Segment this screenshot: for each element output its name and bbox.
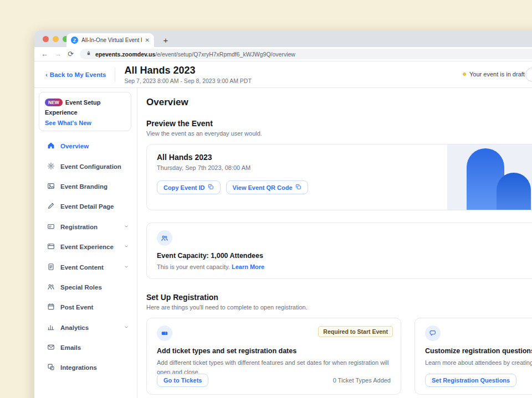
event-capacity-card: Event Capacity: 1,000 Attendees This is … (146, 223, 532, 279)
status-dot-icon (463, 73, 466, 76)
registration-card-icon (47, 223, 55, 231)
integrations-icon (47, 363, 55, 372)
go-to-tickets-button[interactable]: Go to Tickets (157, 374, 208, 387)
document-icon (47, 263, 55, 272)
copy-icon (295, 184, 301, 191)
event-preview-card: All Hands 2023 Thursday, Sep 7th 2023, 0… (146, 144, 532, 210)
questions-card-title: Customize registration questions (425, 347, 532, 355)
calendar-icon (47, 303, 55, 312)
sidebar-item-label: Event Branding (60, 183, 108, 190)
tab-close-icon[interactable]: ✕ (145, 37, 150, 43)
questions-card-description: Learn more about attendees by creating c… (425, 358, 532, 368)
sidebar-item-integrations[interactable]: Integrations (34, 358, 137, 378)
chat-icon (425, 325, 441, 341)
copy-icon (208, 184, 214, 191)
back-icon[interactable]: ← (41, 50, 48, 58)
browser-toolbar: ← → ⟳ epevents.zoomdev.us/e/event/setup/… (34, 47, 532, 61)
sidebar-item-event-experience[interactable]: Event Experience (34, 237, 137, 257)
forward-icon: → (54, 50, 62, 58)
view-event-qr-code-button[interactable]: View Event QR Code (226, 180, 308, 194)
copy-event-id-button[interactable]: Copy Event ID (157, 180, 221, 194)
new-tab-button[interactable]: + (161, 35, 171, 45)
pencil-icon (47, 202, 55, 211)
event-header: ‹ Back to My Events All Hands 2023 Sep 7… (34, 61, 532, 88)
event-title: All Hands 2023 (124, 65, 251, 76)
main-content: Overview Preview the Event View the even… (137, 88, 532, 398)
window-icon (47, 242, 55, 251)
sidebar-item-event-configuration[interactable]: Event Configuration (34, 156, 137, 176)
people-icon (47, 283, 55, 292)
sidebar-item-label: Event Content (60, 264, 104, 271)
sidebar: NEWEvent Setup Experience See What's New… (34, 88, 137, 398)
preview-event-title: All Hands 2023 (157, 153, 532, 162)
close-window-button[interactable] (43, 36, 49, 42)
tickets-card-title: Add ticket types and set registration da… (157, 347, 391, 355)
chevron-left-icon: ‹ (45, 71, 48, 78)
sidebar-item-event-content[interactable]: Event Content (34, 257, 137, 277)
sidebar-item-label: Registration (60, 224, 98, 230)
reload-icon[interactable]: ⟳ (68, 50, 74, 58)
ticket-icon (157, 325, 172, 341)
url-text: epevents.zoomdev.us/e/event/setup/Q7xryH… (95, 51, 295, 58)
required-badge: Required to Start Event (318, 326, 393, 337)
preview-section-title: Preview the Event (146, 119, 532, 128)
sidebar-item-post-event[interactable]: Post Event (34, 297, 137, 317)
back-link-label: Back to My Events (50, 71, 106, 78)
view-qr-label: View Event QR Code (233, 184, 293, 191)
image-icon (47, 182, 55, 191)
browser-window: Z All-In-One Virtual Event Platfo ✕ + ← … (34, 30, 532, 398)
tickets-task-card: Required to Start Event Add ticket types… (146, 318, 401, 395)
page-title: Overview (146, 97, 532, 108)
sidebar-item-event-detail-page[interactable]: Event Detail Page (34, 197, 137, 216)
sidebar-item-label: Emails (60, 344, 81, 351)
address-bar[interactable]: epevents.zoomdev.us/e/event/setup/Q7xryH… (80, 49, 532, 59)
see-whats-new-link[interactable]: See What's New (45, 120, 125, 126)
learn-more-link[interactable]: Learn More (232, 263, 264, 270)
sidebar-item-special-roles[interactable]: Special Roles (34, 277, 137, 297)
chevron-down-icon (124, 224, 129, 230)
gear-icon (47, 162, 55, 171)
registration-section-subtitle: Here are things you'll need to complete … (146, 304, 532, 311)
tab-strip: Z All-In-One Virtual Event Platfo ✕ + (34, 30, 532, 47)
whats-new-card: NEWEvent Setup Experience See What's New (39, 92, 131, 131)
sidebar-item-label: Integrations (60, 364, 97, 371)
sidebar-item-emails[interactable]: Emails (34, 338, 137, 358)
tab-title: All-In-One Virtual Event Platfo (81, 37, 142, 43)
event-date-range: Sep 7, 2023 8:00 AM - Sep 8, 2023 9:00 A… (124, 77, 251, 84)
registration-questions-card: Customize registration questions Learn m… (415, 318, 532, 395)
registration-section-title: Set Up Registration (146, 293, 532, 302)
chevron-down-icon (124, 324, 129, 331)
minimize-window-button[interactable] (53, 36, 59, 42)
url-path: /e/event/setup/Q7xryH7xRpmdf6_kWJWg9Q/ov… (155, 51, 295, 58)
browser-tab[interactable]: Z All-In-One Virtual Event Platfo ✕ (66, 33, 154, 47)
sidebar-item-label: Special Roles (60, 284, 102, 291)
back-to-my-events-link[interactable]: ‹ Back to My Events (45, 71, 106, 78)
status-label: Your event is in draft (469, 71, 525, 77)
sidebar-item-overview[interactable]: Overview (34, 136, 137, 156)
sidebar-item-label: Analytics (60, 324, 89, 331)
attendees-icon (157, 230, 172, 246)
url-domain: epevents.zoomdev.us (95, 51, 155, 58)
bar-chart-icon (47, 323, 55, 332)
sidebar-item-label: Post Event (60, 304, 93, 311)
header-action-button[interactable] (525, 68, 532, 82)
header-divider (115, 68, 115, 82)
chevron-down-icon (124, 264, 129, 271)
preview-event-date: Thursday, Sep 7th 2023, 08:00 AM (157, 164, 532, 171)
sidebar-item-analytics[interactable]: Analytics (34, 318, 137, 338)
chevron-down-icon (124, 244, 129, 250)
capacity-title: Event Capacity: 1,000 Attendees (157, 252, 532, 260)
sidebar-item-registration[interactable]: Registration (34, 217, 137, 237)
ticket-types-count: 0 Ticket Types Added (333, 377, 391, 384)
event-title-block: All Hands 2023 Sep 7, 2023 8:00 AM - Sep… (124, 65, 251, 84)
zoom-favicon-icon: Z (71, 37, 78, 44)
sidebar-item-label: Event Detail Page (60, 203, 114, 210)
sidebar-item-label: Overview (60, 143, 89, 149)
home-icon (47, 142, 55, 151)
sidebar-item-event-branding[interactable]: Event Branding (34, 177, 137, 197)
draft-status: Your event is in draft (463, 71, 525, 77)
set-registration-questions-button[interactable]: Set Registration Questions (425, 374, 516, 387)
capacity-subtitle-text: This is your event capacity. (157, 263, 230, 270)
copy-event-id-label: Copy Event ID (163, 184, 205, 191)
sidebar-item-label: Event Experience (60, 244, 114, 250)
